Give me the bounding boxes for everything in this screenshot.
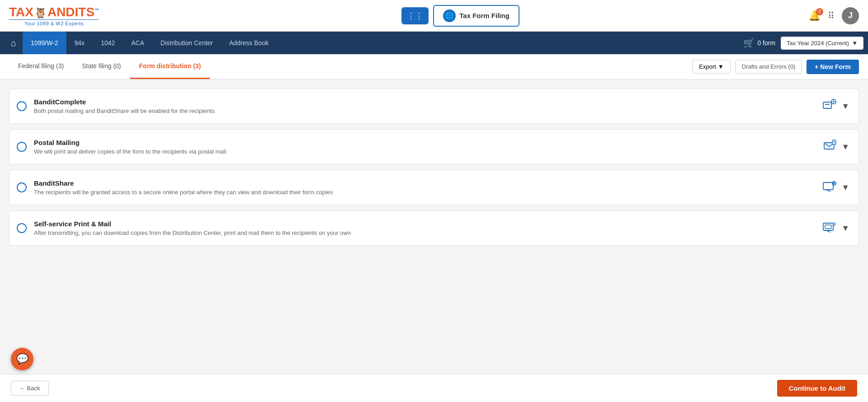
option-selfservice-right: ▼ <box>822 220 849 236</box>
tab-state[interactable]: State filing (0) <box>73 54 130 79</box>
option-postalmailing-right: ▼ <box>823 139 849 155</box>
form-options-content: BanditComplete Both postal mailing and B… <box>0 79 868 255</box>
option-banditcomplete-right: ▼ <box>822 98 849 114</box>
option-banditshare-desc: The recipients will be granted access to… <box>34 189 813 196</box>
tabs-actions: Export ▼ Drafts and Errors (0) + New For… <box>692 60 859 74</box>
banditcomplete-icon <box>822 98 837 114</box>
selfservice-icon <box>822 220 837 236</box>
nav-item-addressbook[interactable]: Address Book <box>221 32 277 54</box>
nav-cart[interactable]: 🛒 0 form <box>738 37 781 48</box>
radio-selfservice[interactable] <box>17 223 27 233</box>
radio-banditcomplete[interactable] <box>17 101 27 111</box>
option-selfservice: Self-service Print & Mail After transmit… <box>9 210 859 246</box>
radio-postalmailing[interactable] <box>17 142 27 152</box>
home-nav-button[interactable]: ⌂ <box>5 32 23 54</box>
tab-federal[interactable]: Federal filing (3) <box>9 54 73 79</box>
logo-owl: 🦉 <box>34 7 47 19</box>
nav-item-1099w2[interactable]: 1099/W-2 <box>23 32 66 54</box>
tab-distribution[interactable]: Form distribution (3) <box>130 54 210 79</box>
apps-grid-button[interactable]: ⋮⋮ <box>401 7 429 24</box>
header: TAX🦉ANDITS™ Your 1099 & W2 Experts ⋮⋮ 🌐 … <box>0 0 868 32</box>
logo-suffix: ANDITS <box>47 5 94 19</box>
nav-item-94x[interactable]: 94x <box>66 32 93 54</box>
banditshare-icon <box>822 180 837 196</box>
export-button[interactable]: Export ▼ <box>692 60 730 74</box>
logo-tm: ™ <box>94 8 99 13</box>
year-chevron-icon: ▼ <box>852 40 858 47</box>
option-banditcomplete-title: BanditComplete <box>34 98 813 106</box>
option-banditshare-right: ▼ <box>822 180 849 196</box>
logo-prefix: TAX <box>9 5 33 19</box>
apps-grid-icon: ⋮⋮ <box>407 11 423 21</box>
selfservice-expand-button[interactable]: ▼ <box>841 224 849 233</box>
header-right: 🔔 0 ⠿ J <box>808 7 859 24</box>
option-banditshare: BanditShare The recipients will be grant… <box>9 170 859 205</box>
option-banditshare-text: BanditShare The recipients will be grant… <box>34 179 813 196</box>
cart-label: 0 form <box>757 39 775 47</box>
option-selfservice-title: Self-service Print & Mail <box>34 220 813 228</box>
svg-rect-6 <box>832 140 836 145</box>
tax-form-filing-button[interactable]: 🌐 Tax Form Filing <box>433 5 519 27</box>
year-selector[interactable]: Tax Year 2024 (Current) ▼ <box>781 37 863 50</box>
option-postalmailing-title: Postal Mailing <box>34 139 814 146</box>
svg-rect-0 <box>823 102 831 108</box>
notification-button[interactable]: 🔔 0 <box>808 10 821 22</box>
tax-form-filing-label: Tax Form Filing <box>459 12 509 19</box>
postalmailing-expand-button[interactable]: ▼ <box>841 142 849 152</box>
option-selfservice-text: Self-service Print & Mail After transmit… <box>34 220 813 236</box>
globe-icon: 🌐 <box>443 9 456 22</box>
apps-menu-button[interactable]: ⠿ <box>828 10 835 21</box>
export-label: Export <box>699 63 716 70</box>
option-postalmailing: Postal Mailing We will print and deliver… <box>9 129 859 164</box>
option-banditshare-title: BanditShare <box>34 179 813 187</box>
year-label: Tax Year 2024 (Current) <box>787 40 849 47</box>
option-selfservice-desc: After transmitting, you can download cop… <box>34 229 813 236</box>
option-banditcomplete-text: BanditComplete Both postal mailing and B… <box>34 98 813 114</box>
svg-rect-15 <box>825 225 831 229</box>
avatar: J <box>842 7 859 24</box>
notification-badge: 0 <box>816 8 823 15</box>
drafts-errors-button[interactable]: Drafts and Errors (0) <box>735 60 802 74</box>
main-nav: ⌂ 1099/W-2 94x 1042 ACA Distribution Cen… <box>0 32 868 54</box>
option-banditcomplete: BanditComplete Both postal mailing and B… <box>9 89 859 124</box>
logo: TAX🦉ANDITS™ Your 1099 & W2 Experts <box>9 5 99 26</box>
new-form-button[interactable]: + New Form <box>807 60 859 74</box>
option-postalmailing-desc: We will print and deliver copies of the … <box>34 148 814 155</box>
nav-item-1042[interactable]: 1042 <box>93 32 123 54</box>
nav-item-distribution[interactable]: Distribution Center <box>152 32 221 54</box>
svg-rect-1 <box>825 104 830 105</box>
option-postalmailing-text: Postal Mailing We will print and deliver… <box>34 139 814 155</box>
header-center: ⋮⋮ 🌐 Tax Form Filing <box>113 5 808 27</box>
cart-icon: 🛒 <box>743 37 755 48</box>
postalmailing-icon <box>823 139 837 155</box>
nav-item-aca[interactable]: ACA <box>123 32 152 54</box>
banditcomplete-expand-button[interactable]: ▼ <box>841 102 849 111</box>
svg-rect-9 <box>823 182 833 190</box>
export-chevron-icon: ▼ <box>718 63 724 70</box>
option-banditcomplete-desc: Both postal mailing and BanditShare will… <box>34 108 813 114</box>
logo-tagline: Your 1099 & W2 Experts <box>9 19 99 26</box>
logo-text: TAX🦉ANDITS™ <box>9 5 99 19</box>
banditshare-expand-button[interactable]: ▼ <box>841 183 849 192</box>
home-icon: ⌂ <box>11 38 16 48</box>
radio-banditshare[interactable] <box>17 182 27 192</box>
tabs-bar: Federal filing (3) State filing (0) Form… <box>0 54 868 79</box>
